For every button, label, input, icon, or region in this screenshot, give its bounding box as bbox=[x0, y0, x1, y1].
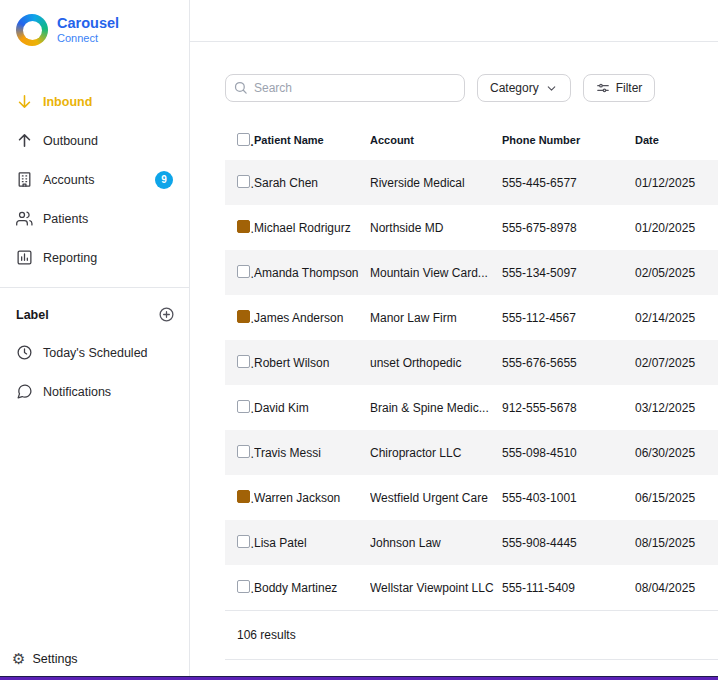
table-row[interactable]: Amanda ThompsonMountain View Card...555-… bbox=[225, 250, 718, 295]
cell-phone-number: 555-676-5655 bbox=[502, 356, 635, 370]
table-row[interactable]: Robert Wilsonunset Orthopedic555-676-565… bbox=[225, 340, 718, 385]
row-checkbox[interactable] bbox=[237, 400, 250, 413]
filter-button[interactable]: Filter bbox=[583, 74, 656, 102]
table-footer: 106 results bbox=[225, 610, 718, 660]
sidebar: Carousel Connect Inbound Outbound Accoun… bbox=[0, 0, 190, 680]
sidebar-item-inbound[interactable]: Inbound bbox=[0, 82, 189, 121]
sidebar-item-label: Inbound bbox=[43, 95, 92, 109]
select-all-checkbox[interactable] bbox=[237, 133, 250, 146]
table-row[interactable]: David KimBrain & Spine Medic...912-555-5… bbox=[225, 385, 718, 430]
accounts-badge: 9 bbox=[155, 171, 173, 189]
people-icon bbox=[16, 210, 33, 227]
row-checkbox[interactable] bbox=[237, 445, 250, 458]
cell-date: 06/30/2025 bbox=[635, 446, 718, 460]
patients-table: Patient Name Account Phone Number Date S… bbox=[225, 120, 718, 610]
toolbar: Category Filter bbox=[225, 74, 718, 102]
sidebar-item-notifications[interactable]: Notifications bbox=[0, 372, 189, 411]
cell-account: Riverside Medical bbox=[370, 176, 502, 190]
cell-phone-number: 555-134-5097 bbox=[502, 266, 635, 280]
cell-date: 02/14/2025 bbox=[635, 311, 718, 325]
cell-account: unset Orthopedic bbox=[370, 356, 502, 370]
cell-phone-number: 555-445-6577 bbox=[502, 176, 635, 190]
cell-date: 03/12/2025 bbox=[635, 401, 718, 415]
arrow-down-icon bbox=[16, 93, 33, 110]
row-checkbox[interactable] bbox=[237, 265, 250, 278]
search-input[interactable] bbox=[225, 74, 465, 102]
cell-patient-name: Boddy Martinez bbox=[254, 581, 370, 595]
carousel-logo-icon bbox=[16, 14, 48, 46]
cell-account: Johnson Law bbox=[370, 536, 502, 550]
category-dropdown[interactable]: Category bbox=[477, 74, 571, 102]
cell-patient-name: Michael Rodrigurz bbox=[254, 221, 370, 235]
cell-phone-number: 555-675-8978 bbox=[502, 221, 635, 235]
search-icon bbox=[233, 80, 248, 95]
row-checkbox[interactable] bbox=[237, 175, 250, 188]
clock-icon bbox=[16, 344, 33, 361]
cell-phone-number: 555-098-4510 bbox=[502, 446, 635, 460]
add-label-icon[interactable] bbox=[158, 306, 175, 323]
sidebar-item-settings[interactable]: ⚙ Settings bbox=[0, 637, 189, 680]
sidebar-item-label: Outbound bbox=[43, 134, 98, 148]
results-count: 106 results bbox=[237, 628, 296, 642]
cell-date: 06/15/2025 bbox=[635, 491, 718, 505]
row-checkbox[interactable] bbox=[237, 490, 250, 503]
cell-date: 02/05/2025 bbox=[635, 266, 718, 280]
brand-name: Carousel bbox=[57, 15, 119, 32]
cell-phone-number: 555-111-5409 bbox=[502, 581, 635, 595]
cell-date: 08/04/2025 bbox=[635, 581, 718, 595]
building-icon bbox=[16, 171, 33, 188]
label-section-header: Label bbox=[0, 288, 189, 331]
cell-patient-name: Warren Jackson bbox=[254, 491, 370, 505]
sidebar-item-patients[interactable]: Patients bbox=[0, 199, 189, 238]
column-header-date: Date bbox=[635, 134, 718, 146]
cell-date: 08/15/2025 bbox=[635, 536, 718, 550]
sidebar-item-reporting[interactable]: Reporting bbox=[0, 238, 189, 277]
table-row[interactable]: Boddy MartinezWellstar Viewpoint LLC555-… bbox=[225, 565, 718, 610]
sidebar-item-label: Notifications bbox=[43, 385, 111, 399]
cell-account: Mountain View Card... bbox=[370, 266, 502, 280]
cell-phone-number: 912-555-5678 bbox=[502, 401, 635, 415]
row-checkbox[interactable] bbox=[237, 220, 250, 233]
table-body: Sarah ChenRiverside Medical555-445-65770… bbox=[225, 160, 718, 610]
cell-patient-name: Travis Messi bbox=[254, 446, 370, 460]
row-checkbox[interactable] bbox=[237, 310, 250, 323]
cell-account: Chiropractor LLC bbox=[370, 446, 502, 460]
brand-subtitle: Connect bbox=[57, 32, 119, 45]
main-content: Category Filter Patient Name Account Pho… bbox=[190, 0, 718, 680]
table-row[interactable]: Sarah ChenRiverside Medical555-445-65770… bbox=[225, 160, 718, 205]
table-row[interactable]: Travis MessiChiropractor LLC555-098-4510… bbox=[225, 430, 718, 475]
table-row[interactable]: Warren JacksonWestfield Urgent Care555-4… bbox=[225, 475, 718, 520]
table-header-row: Patient Name Account Phone Number Date bbox=[225, 120, 718, 160]
cell-date: 02/07/2025 bbox=[635, 356, 718, 370]
label-section-title: Label bbox=[16, 308, 49, 322]
top-header-band bbox=[190, 0, 718, 42]
cell-patient-name: Robert Wilson bbox=[254, 356, 370, 370]
row-checkbox[interactable] bbox=[237, 580, 250, 593]
table-row[interactable]: Lisa PatelJohnson Law555-908-444508/15/2… bbox=[225, 520, 718, 565]
cell-account: Wellstar Viewpoint LLC bbox=[370, 581, 502, 595]
sidebar-nav: Inbound Outbound Accounts 9 Patients R bbox=[0, 82, 189, 277]
sidebar-item-accounts[interactable]: Accounts 9 bbox=[0, 160, 189, 199]
search-box bbox=[225, 74, 465, 102]
sidebar-item-outbound[interactable]: Outbound bbox=[0, 121, 189, 160]
column-header-patient-name: Patient Name bbox=[254, 134, 370, 146]
sidebar-item-todays-scheduled[interactable]: Today's Scheduled bbox=[0, 333, 189, 372]
row-checkbox[interactable] bbox=[237, 355, 250, 368]
cell-phone-number: 555-403-1001 bbox=[502, 491, 635, 505]
sidebar-item-label: Reporting bbox=[43, 251, 97, 265]
settings-label: Settings bbox=[32, 652, 77, 666]
sidebar-item-label: Patients bbox=[43, 212, 88, 226]
cell-patient-name: Amanda Thompson bbox=[254, 266, 370, 280]
cell-date: 01/20/2025 bbox=[635, 221, 718, 235]
table-row[interactable]: James AndersonManor Law Firm555-112-4567… bbox=[225, 295, 718, 340]
row-checkbox[interactable] bbox=[237, 535, 250, 548]
chat-bubble-icon bbox=[16, 383, 33, 400]
cell-phone-number: 555-112-4567 bbox=[502, 311, 635, 325]
filter-button-label: Filter bbox=[616, 81, 643, 95]
cell-patient-name: Lisa Patel bbox=[254, 536, 370, 550]
sidebar-item-label: Today's Scheduled bbox=[43, 346, 148, 360]
table-row[interactable]: Michael RodrigurzNorthside MD555-675-897… bbox=[225, 205, 718, 250]
cell-date: 01/12/2025 bbox=[635, 176, 718, 190]
cell-patient-name: James Anderson bbox=[254, 311, 370, 325]
label-nav: Today's Scheduled Notifications bbox=[0, 333, 189, 411]
